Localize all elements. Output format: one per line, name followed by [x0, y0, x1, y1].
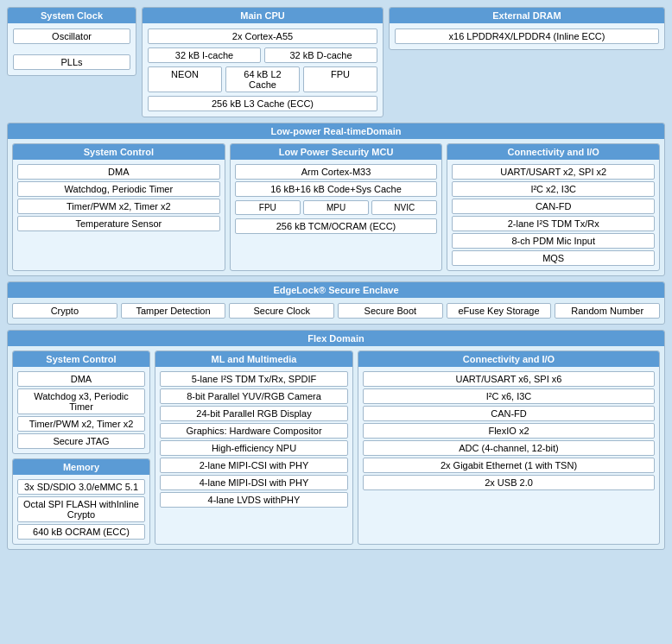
lp-domain-box: Low-power Real-timeDomain System Control…	[7, 123, 665, 276]
lp-uart: UART/USART x2, SPI x2	[452, 164, 655, 180]
flex-rgb-display: 24-bit Parallel RGB Display	[160, 406, 348, 421]
flex-ml-header: ML and Multimedia	[155, 351, 352, 367]
flex-flexio: FlexIO x2	[363, 423, 655, 439]
main-cpu-body: 2x Cortex-A55 32 kB I-cache 32 kB D-cach…	[143, 23, 383, 117]
external-dram-box: External DRAM x16 LPDDR4X/LPDDR4 (Inline…	[389, 7, 665, 50]
lp-timer: Timer/PWM x2, Timer x2	[17, 199, 220, 214]
flex-dma: DMA	[17, 371, 145, 387]
flex-jtag: Secure JTAG	[17, 433, 145, 449]
flex-ethernet: 2x Gigabit Ethernet (1 with TSN)	[363, 458, 655, 473]
system-clock-box: System Clock Oscillator PLLs	[7, 7, 136, 76]
cpu-cache-row2: NEON 64 kB L2 Cache FPU	[148, 65, 377, 94]
lp-canfd: CAN-FD	[452, 199, 655, 214]
edgelock-crypto: Crypto	[12, 303, 117, 319]
lp-i2c: I²C x2, I3C	[452, 181, 655, 197]
flex-lvds: 4-lane LVDS withPHY	[160, 492, 348, 508]
flex-timer: Timer/PWM x2, Timer x2	[17, 416, 145, 432]
flex-ml-col: ML and Multimedia 5-lane I²S TDM Tx/Rx, …	[155, 350, 353, 545]
dram-content: x16 LPDDR4X/LPDDR4 (Inline ECC)	[395, 28, 659, 44]
edgelock-tamper: Tamper Detection	[121, 303, 226, 319]
icache-box: 32 kB I-cache	[148, 47, 261, 63]
flex-canfd: CAN-FD	[363, 406, 655, 421]
lp-conn-body: UART/USART x2, SPI x2 I²C x2, I3C CAN-FD…	[447, 160, 659, 270]
flex-domain-inner: System Control DMA Watchdog x3, Periodic…	[8, 346, 664, 549]
flex-uart: UART/USART x6, SPI x6	[363, 371, 655, 387]
flex-memory-col: Memory 3x SD/SDIO 3.0/eMMC 5.1 Octal SPI…	[12, 458, 150, 545]
flex-mipi-csi: 2-lane MIPI-CSI with PHY	[160, 458, 348, 473]
lp-dma: DMA	[17, 164, 220, 180]
flex-ml-body: 5-lane I²S TDM Tx/Rx, SPDIF 8-bit Parall…	[155, 367, 352, 512]
l3cache-box: 256 kB L3 Cache (ECC)	[148, 96, 377, 111]
mcu-tcm: 256 kB TCM/OCRAM (ECC)	[235, 218, 438, 234]
top-row: System Clock Oscillator PLLs Main CPU 2x…	[7, 7, 665, 117]
main-cpu-header: Main CPU	[143, 8, 383, 23]
flex-conn-body: UART/USART x6, SPI x6 I²C x6, I3C CAN-FD…	[358, 367, 659, 495]
flex-i2s: 5-lane I²S TDM Tx/Rx, SPDIF	[160, 371, 348, 387]
flex-npu: High-efficiency NPU	[160, 440, 348, 456]
external-dram-body: x16 LPDDR4X/LPDDR4 (Inline ECC)	[390, 23, 664, 49]
lp-sys-control-col: System Control DMA Watchdog, Periodic Ti…	[12, 143, 225, 271]
lp-watchdog: Watchdog, Periodic Timer	[17, 181, 220, 197]
lp-mcu-body: Arm Cortex-M33 16 kB+16 kB Code+Sys Cach…	[231, 160, 442, 238]
system-clock-body: Oscillator PLLs	[8, 23, 136, 75]
lp-conn-header: Connectivity and I/O	[447, 144, 659, 160]
flex-mipi-dsi: 4-lane MIPI-DSI with PHY	[160, 475, 348, 490]
mcu-cache: 16 kB+16 kB Code+Sys Cache	[235, 181, 438, 197]
lp-mcu-header: Low Power Security MCU	[231, 144, 442, 160]
flex-sdmmc: 3x SD/SDIO 3.0/eMMC 5.1	[17, 479, 145, 495]
flex-memory-body: 3x SD/SDIO 3.0/eMMC 5.1 Octal SPI FLASH …	[13, 475, 149, 544]
neon-box: NEON	[148, 66, 222, 92]
l2cache-box: 64 kB L2 Cache	[225, 66, 300, 92]
flex-domain-box: Flex Domain System Control DMA Watchdog …	[7, 330, 665, 550]
flex-sys-control-col: System Control DMA Watchdog x3, Periodic…	[12, 350, 150, 454]
flex-adc: ADC (4-channel, 12-bit)	[363, 440, 655, 456]
flex-i2c: I²C x6, I3C	[363, 388, 655, 404]
lp-domain-inner: System Control DMA Watchdog, Periodic Ti…	[8, 139, 664, 275]
external-dram-header: External DRAM	[390, 8, 664, 23]
flex-watchdog: Watchdog x3, Periodic Timer	[17, 388, 145, 414]
flex-graphics: Graphics: Hardware Compositor	[160, 423, 348, 439]
dcache-box: 32 kB D-cache	[264, 47, 377, 63]
edgelock-secure-boot: Secure Boot	[338, 303, 443, 319]
fpu-box-top: FPU	[303, 66, 377, 92]
flex-ocram: 640 kB OCRAM (ECC)	[17, 524, 145, 540]
edgelock-random: Random Number	[555, 303, 660, 319]
system-clock-header: System Clock	[8, 8, 136, 23]
cpu-cores: 2x Cortex-A55	[148, 28, 377, 44]
lp-sys-control-body: DMA Watchdog, Periodic Timer Timer/PWM x…	[13, 160, 225, 236]
flex-sys-control-header: System Control	[13, 351, 149, 367]
flex-camera: 8-bit Parallel YUV/RGB Camera	[160, 388, 348, 404]
flex-memory-header: Memory	[13, 459, 149, 475]
lp-pdm: 8-ch PDM Mic Input	[452, 233, 655, 249]
flex-conn-header: Connectivity and I/O	[358, 351, 659, 367]
flex-conn-col: Connectivity and I/O UART/USART x6, SPI …	[358, 350, 660, 545]
edgelock-secure-clock: Secure Clock	[229, 303, 334, 319]
mcu-units-row: FPU MPU NVIC	[235, 199, 438, 217]
lp-domain-header: Low-power Real-timeDomain	[8, 123, 664, 139]
mcu-core: Arm Cortex-M33	[235, 164, 438, 180]
mcu-mpu: MPU	[303, 200, 369, 215]
main-container: System Clock Oscillator PLLs Main CPU 2x…	[7, 7, 665, 550]
flex-left-col: System Control DMA Watchdog x3, Periodic…	[12, 350, 150, 545]
lp-conn-col: Connectivity and I/O UART/USART x2, SPI …	[447, 143, 660, 271]
lp-mcu-col: Low Power Security MCU Arm Cortex-M33 16…	[230, 143, 443, 271]
edgelock-inner: Crypto Tamper Detection Secure Clock Sec…	[8, 298, 664, 324]
plls-box: PLLs	[13, 54, 130, 70]
mcu-fpu: FPU	[235, 200, 301, 215]
lp-i2s: 2-lane I²S TDM Tx/Rx	[452, 216, 655, 231]
mcu-nvic: NVIC	[371, 200, 437, 215]
main-cpu-box: Main CPU 2x Cortex-A55 32 kB I-cache 32 …	[142, 7, 384, 117]
flex-sys-control-body: DMA Watchdog x3, Periodic Timer Timer/PW…	[13, 367, 149, 453]
cpu-cache-row1: 32 kB I-cache 32 kB D-cache	[148, 46, 377, 65]
flex-spi-flash: Octal SPI FLASH withInline Crypto	[17, 496, 145, 522]
lp-mqs: MQS	[452, 250, 655, 266]
lp-sys-control-header: System Control	[13, 144, 225, 160]
flex-usb: 2x USB 2.0	[363, 475, 655, 490]
lp-temp: Temperature Sensor	[17, 216, 220, 231]
edgelock-efuse: eFuse Key Storage	[447, 303, 552, 319]
edgelock-header: EdgeLock® Secure Enclave	[8, 282, 664, 298]
edgelock-box: EdgeLock® Secure Enclave Crypto Tamper D…	[7, 281, 665, 325]
oscillator-box: Oscillator	[13, 28, 130, 44]
flex-domain-header: Flex Domain	[8, 331, 664, 346]
